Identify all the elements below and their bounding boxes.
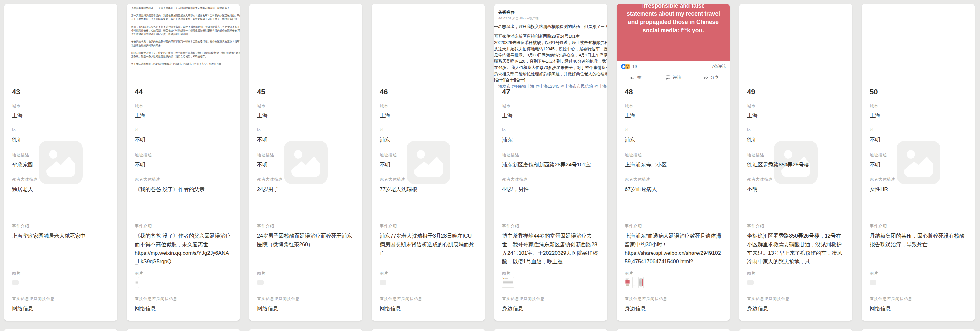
social-action-bar: 赞评论分享 (617, 72, 730, 80)
field-label-event: 事件介绍 (747, 224, 844, 229)
field-label-victim: 死者大体描述 (257, 177, 354, 182)
image-thumbnail (632, 277, 636, 288)
record-card[interactable]: 43城市上海区徐汇地址描述华欣家园死者大体描述独居老人事件介绍上海华欣家园独居老… (4, 4, 117, 321)
field-label-direct: 直接信息还是间接信息 (380, 296, 477, 301)
next-row-card-sliver[interactable] (249, 329, 362, 331)
weibo-body-line: 恳求相关部门能帮忙处理好后续问题，并做好两位老人的心理疏导，给予 (494, 71, 607, 77)
field-value-address: 不明 (135, 161, 232, 169)
field-value-direct: 网络信息 (870, 305, 967, 313)
field-label-address: 地址描述 (135, 153, 232, 158)
field-value-city: 上海 (257, 112, 354, 120)
card-number: 44 (135, 88, 143, 96)
field-label-address: 地址描述 (380, 153, 477, 158)
record-card[interactable]: 46城市上海区浦东地址描述不明死者大体描述77岁老人沈瑞根事件介绍浦东77岁老人… (372, 4, 485, 321)
field-label-district: 区 (625, 127, 722, 132)
cover-divider (862, 83, 975, 83)
social-action-label: 赞 (637, 75, 641, 80)
card-number: 45 (257, 88, 265, 96)
field-value-direct: 身边信息 (625, 305, 722, 313)
share-action-icon (703, 75, 708, 80)
image-thumbnails-row (12, 277, 19, 288)
weibo-timestamp: 4-2 02:31 来自 iPhone客户端 (498, 16, 607, 21)
gallery-board: 43城市上海区徐汇地址描述华欣家园死者大体描述独居老人事件介绍上海华欣家园独居老… (0, 0, 980, 331)
next-row-card-sliver[interactable] (494, 329, 607, 331)
reaction-count: 19 (632, 64, 636, 69)
social-action-button: 分享 (692, 75, 730, 80)
field-value-address: 不明 (870, 161, 967, 169)
field-value-district: 不明 (257, 136, 354, 144)
field-label-city: 城市 (502, 104, 599, 109)
weibo-body-line: 在44岁。我大伯和我大伯母70多岁老来丧子，对于整个事情我不做评价， (494, 65, 607, 71)
image-thumbnails-row (870, 277, 877, 288)
next-row-card-sliver[interactable] (739, 329, 852, 331)
record-card[interactable]: irresponsible and false statements about… (617, 4, 730, 321)
record-card[interactable]: 49城市上海区徐汇地址描述徐汇区罗秀路850弄26号楼死者大体描述不明事件介绍坐… (739, 4, 852, 321)
record-card[interactable]: 人都没有这样的机会，一个病人需要几十个人的同时帮助和关怀才有可能获得一丝的机会！… (127, 4, 240, 321)
social-post-image: irresponsible and false statements about… (617, 4, 730, 61)
cover-divider (372, 83, 485, 83)
next-row-card-sliver[interactable] (372, 329, 485, 331)
field-label-direct: 直接信息还是间接信息 (12, 296, 109, 301)
record-card[interactable]: 茶香禅静4-2 02:31 来自 iPhone客户端一名志愿者，昨日我投入路浦西… (494, 4, 607, 321)
field-value-city: 上海 (380, 112, 477, 120)
field-label-district: 区 (257, 127, 354, 132)
field-value-event: 上海华欣家园独居老人饿死家中 (12, 232, 109, 266)
field-label-district: 区 (12, 127, 109, 132)
field-label-address: 地址描述 (12, 153, 109, 158)
field-label-event: 事件介绍 (257, 224, 354, 229)
field-label-image: 图片 (502, 271, 599, 276)
cover-article-paragraph: 人都没有这样的机会，一个病人需要几十个人的同时帮助和关怀才有可能获得一丝的机会！ (131, 6, 240, 10)
image-thumbnail (870, 280, 877, 285)
field-label-event: 事件介绍 (502, 224, 599, 229)
field-label-image: 图片 (870, 271, 967, 276)
field-value-city: 上海 (12, 112, 109, 120)
image-thumbnails-row (747, 277, 754, 288)
field-label-victim: 死者大体描述 (380, 177, 477, 182)
field-value-direct: 身边信息 (747, 305, 844, 313)
next-row-card-sliver[interactable] (127, 329, 240, 331)
weibo-body-line: 是等待领导批示。3月30日因为病情引起心衰，4月1日上午呼吸不畅， (494, 52, 607, 58)
field-label-address: 地址描述 (870, 153, 967, 158)
field-label-direct: 直接信息还是间接信息 (135, 296, 232, 301)
next-row-card-sliver[interactable] (862, 329, 975, 331)
field-label-event: 事件介绍 (625, 224, 722, 229)
field-value-direct: 网络信息 (380, 305, 477, 313)
field-value-district: 浦东 (625, 136, 722, 144)
field-value-district: 浦东 (380, 136, 477, 144)
cover-article-paragraph: 那一天我觉得我们是幸运的，我还在朋友圈里感谢人民群众！感谢友军！当时我的小区已被… (131, 14, 240, 21)
card-number: 50 (870, 88, 878, 96)
image-thumbnails-row (625, 277, 644, 288)
next-row-card-sliver[interactable] (617, 329, 730, 331)
cover-divider (4, 83, 117, 83)
card-number: 43 (12, 88, 20, 96)
comment-count: 7条评论 (712, 64, 726, 69)
field-label-victim: 死者大体描述 (12, 177, 109, 182)
field-value-city: 上海 (870, 112, 967, 120)
field-label-city: 城市 (380, 104, 477, 109)
field-value-event: 坐标徐汇区罗秀路850弄26号楼，12号在小区群里求救需要硝酸甘油，没见到救护车… (747, 232, 844, 266)
field-label-victim: 死者大体描述 (502, 177, 599, 182)
field-label-image: 图片 (380, 271, 477, 276)
weibo-body-line: 哥哥家住浦东新区唐镇创新西路28弄24号101室 (494, 34, 607, 40)
next-row-card-sliver[interactable] (4, 329, 117, 331)
cover-divider (249, 83, 362, 83)
field-label-victim: 死者大体描述 (135, 177, 232, 182)
field-value-event: 丹纳赫集团的某Hr，因心脏猝死没有核酸报告耽误治疗，导致死亡 (870, 232, 967, 266)
record-card[interactable]: 45城市上海区不明地址描述不明死者大体描述24岁男子事件介绍24岁男子因核酸而延… (249, 4, 362, 321)
field-value-victim: 24岁男子 (257, 185, 354, 193)
social-action-button: 评论 (655, 75, 692, 80)
field-label-direct: 直接信息还是间接信息 (625, 296, 722, 301)
social-action-button: 赞 (617, 75, 655, 80)
field-value-direct: 身边信息 (502, 305, 599, 313)
field-label-image: 图片 (625, 271, 722, 276)
image-thumbnail (747, 280, 754, 285)
field-label-direct: 直接信息还是间接信息 (747, 296, 844, 301)
field-label-city: 城市 (747, 104, 844, 109)
cover-divider (494, 83, 607, 83)
field-label-event: 事件介绍 (135, 224, 232, 229)
field-label-event: 事件介绍 (870, 224, 967, 229)
record-card[interactable]: 50城市上海区不明地址描述不明死者大体描述女性HR事件介绍丹纳赫集团的某Hr，因… (862, 4, 975, 321)
field-label-direct: 直接信息还是间接信息 (870, 296, 967, 301)
field-label-city: 城市 (257, 104, 354, 109)
image-thumbnails-row (380, 277, 387, 288)
